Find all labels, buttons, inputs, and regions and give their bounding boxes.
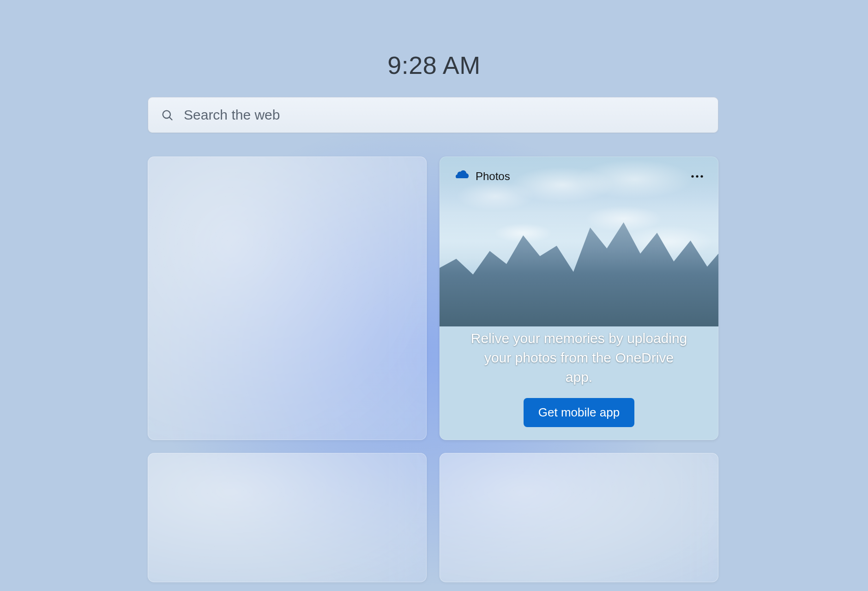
widgets-grid: Photos Relive your memories by uploading… [148,157,718,591]
photos-widget-more-button[interactable] [689,171,705,182]
photos-widget-title: Photos [476,170,510,183]
onedrive-icon [455,169,469,183]
svg-point-3 [696,175,698,177]
widget-photos[interactable]: Photos Relive your memories by uploading… [440,157,718,440]
photos-widget-body: Relive your memories by uploading your p… [440,329,718,427]
photos-widget-header: Photos [455,169,705,183]
widget-blank-3[interactable] [440,453,718,582]
more-icon [691,175,704,178]
search-bar[interactable] [148,97,718,133]
get-mobile-app-button[interactable]: Get mobile app [524,398,634,427]
search-input[interactable] [184,107,705,123]
widget-blank-2[interactable] [148,453,427,582]
svg-point-4 [700,175,703,177]
widget-blank-1[interactable] [148,157,427,440]
svg-point-2 [691,175,693,177]
photos-widget-message: Relive your memories by uploading your p… [470,329,687,387]
svg-line-1 [169,117,172,120]
clock-time: 9:28 AM [387,51,481,79]
search-icon [161,109,174,121]
